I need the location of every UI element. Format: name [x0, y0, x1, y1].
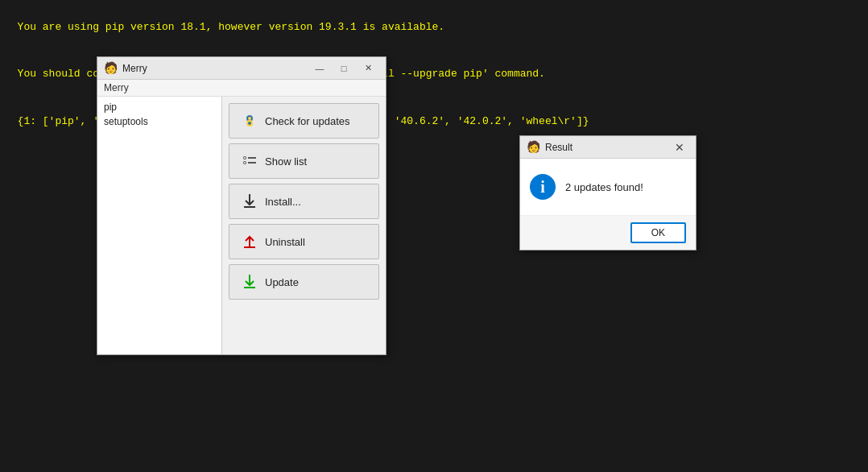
svg-point-2 — [248, 117, 251, 120]
app-icon: 🧑 — [104, 61, 118, 75]
result-footer: OK — [520, 215, 696, 250]
app-body: pip setuptools Check for updates — [97, 97, 386, 354]
svg-rect-7 — [248, 162, 256, 164]
update-icon — [241, 273, 258, 291]
install-icon — [241, 193, 258, 210]
app-menu-bar: Merry — [97, 80, 386, 97]
titlebar-left: 🧑 Merry — [104, 61, 147, 75]
terminal-line1: You are using pip version 18.1, however … — [18, 21, 445, 33]
show-list-label: Show list — [265, 155, 307, 168]
result-title: Result — [545, 142, 572, 153]
svg-point-3 — [248, 122, 251, 125]
info-icon: i — [530, 174, 556, 200]
result-dialog: 🧑 Result ✕ i 2 updates found! OK — [519, 135, 696, 250]
window-titlebar: 🧑 Merry — □ ✕ — [97, 57, 386, 80]
window-title: Merry — [122, 63, 147, 74]
install-button[interactable]: Install... — [229, 184, 379, 219]
button-panel: Check for updates Show list — [222, 97, 386, 354]
check-updates-button[interactable]: Check for updates — [229, 103, 379, 139]
close-button[interactable]: ✕ — [357, 60, 379, 77]
python-icon — [241, 112, 258, 130]
titlebar-controls: — □ ✕ — [308, 60, 379, 77]
svg-point-9 — [244, 162, 246, 164]
install-label: Install... — [265, 196, 301, 208]
svg-rect-5 — [248, 157, 256, 159]
result-body: i 2 updates found! — [520, 159, 696, 215]
update-label: Update — [265, 276, 299, 288]
list-item[interactable]: pip — [101, 100, 218, 114]
result-message: 2 updates found! — [565, 181, 643, 193]
minimize-button[interactable]: — — [308, 60, 331, 77]
svg-point-8 — [244, 157, 246, 159]
result-icon: 🧑 — [527, 140, 540, 154]
menu-label: Merry — [104, 82, 129, 93]
update-button[interactable]: Update — [229, 264, 379, 300]
result-titlebar: 🧑 Result ✕ — [520, 136, 696, 159]
list-item[interactable]: setuptools — [101, 114, 218, 129]
list-icon — [241, 152, 258, 170]
result-close-button[interactable]: ✕ — [670, 139, 689, 155]
package-list: pip setuptools — [97, 97, 222, 354]
result-title-left: 🧑 Result — [527, 140, 572, 154]
app-window: 🧑 Merry — □ ✕ Merry pip setuptools — [97, 56, 386, 355]
show-list-button[interactable]: Show list — [229, 143, 379, 179]
uninstall-icon — [241, 233, 258, 250]
uninstall-button[interactable]: Uninstall — [229, 224, 379, 259]
maximize-button[interactable]: □ — [333, 60, 355, 77]
ok-button[interactable]: OK — [630, 222, 686, 243]
uninstall-label: Uninstall — [265, 236, 305, 248]
check-updates-label: Check for updates — [265, 115, 350, 127]
